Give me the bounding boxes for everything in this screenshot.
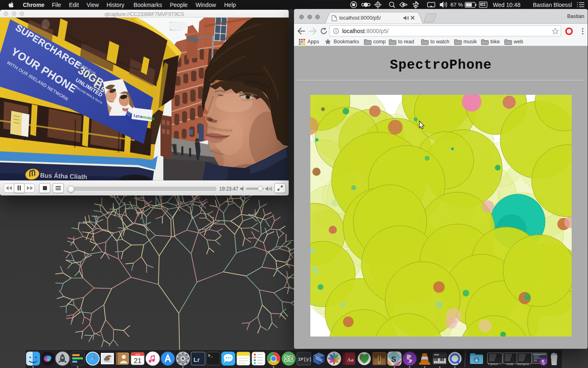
svg-text:JUN: JUN: [135, 353, 140, 356]
svg-text:S: S: [391, 355, 396, 364]
svg-text:Lr: Lr: [194, 356, 200, 363]
svg-text:21: 21: [134, 357, 142, 365]
svg-text:IP[y]: IP[y]: [298, 357, 312, 362]
svg-text:>_: >_: [208, 354, 213, 358]
svg-text:Aa: Aa: [347, 357, 354, 363]
